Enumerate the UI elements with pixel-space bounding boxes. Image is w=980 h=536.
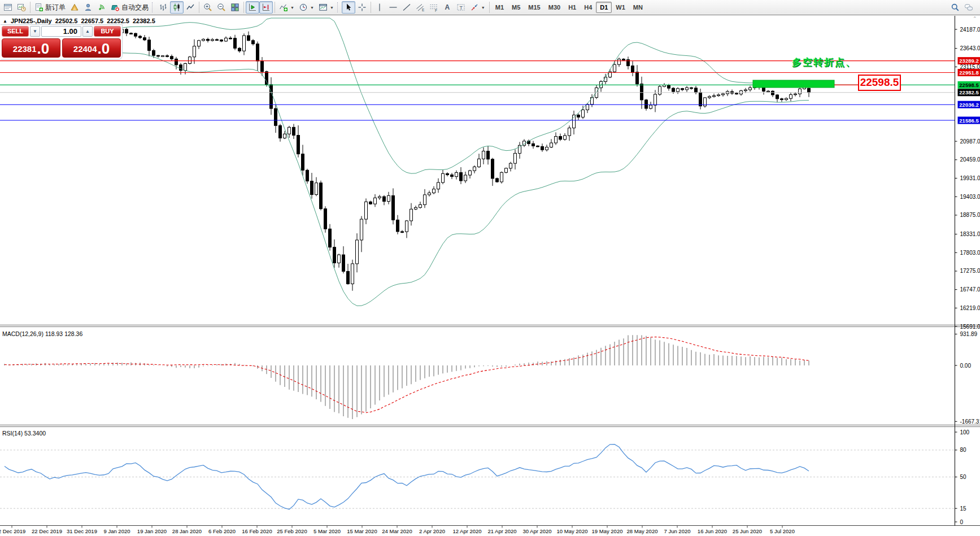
indicators-dropdown-caret[interactable]: ▼ <box>290 6 294 10</box>
svg-text:18875.0: 18875.0 <box>960 212 980 218</box>
svg-text:20987.0: 20987.0 <box>960 138 980 145</box>
chart-title: ▲ JPN225-,Daily 22502.5 22657.5 22252.5 … <box>3 18 155 24</box>
zoom-out-button[interactable] <box>215 1 228 14</box>
svg-text:50: 50 <box>960 474 967 480</box>
svg-text:30 Apr 2020: 30 Apr 2020 <box>522 528 551 534</box>
strategy-tester-button[interactable] <box>15 1 28 14</box>
svg-text:7 Jun 2020: 7 Jun 2020 <box>664 528 690 534</box>
volume-input[interactable] <box>41 26 81 37</box>
zoom-in-button[interactable] <box>201 1 215 14</box>
terminal-icon <box>3 3 12 12</box>
panel-collapse-arrow[interactable]: ▲ <box>3 19 7 24</box>
arrows-dropdown-caret[interactable]: ▼ <box>481 6 485 10</box>
rsi-gridlines <box>0 450 955 508</box>
macd-plot <box>5 335 809 419</box>
sell-price-main: 22381 <box>13 42 37 56</box>
vertical-line-tool[interactable] <box>373 1 386 14</box>
price-label-box[interactable]: 22598.5 <box>858 75 901 91</box>
axes: 24187.023643.023115.020987.020459.019931… <box>0 16 980 534</box>
tf-m30-button[interactable]: M30 <box>545 2 564 13</box>
tile-windows-icon <box>230 3 239 12</box>
profiles-icon <box>70 3 79 12</box>
candles-chart-icon <box>172 3 181 12</box>
toolbar-grip <box>152 2 155 12</box>
toolbar-separator <box>371 2 371 13</box>
line-chart-icon <box>186 3 195 12</box>
candlestick-chart-button[interactable] <box>170 1 184 14</box>
templates-button[interactable]: ▼ <box>316 1 336 14</box>
market-watch-button[interactable] <box>1 1 15 14</box>
tile-windows-button[interactable] <box>228 1 242 14</box>
buy-price-button[interactable]: 22404.0 <box>62 38 121 58</box>
svg-text:25 Jun 2020: 25 Jun 2020 <box>733 528 762 534</box>
templates-dropdown-caret[interactable]: ▼ <box>330 6 334 10</box>
bar-chart-button[interactable] <box>156 1 170 14</box>
sell-button[interactable]: SELL <box>2 26 29 37</box>
periods-button[interactable]: ▼ <box>297 1 316 14</box>
horizontal-line-tool[interactable] <box>386 1 400 14</box>
zoom-out-icon <box>217 3 226 12</box>
buy-button[interactable]: BUY <box>94 26 121 37</box>
svg-text:16747.0: 16747.0 <box>960 286 980 293</box>
mql-community-button[interactable] <box>81 1 95 14</box>
tf-m15-button[interactable]: M15 <box>524 2 544 13</box>
svg-text:15 Mar 2020: 15 Mar 2020 <box>347 528 377 534</box>
tf-m1-button[interactable]: M1 <box>491 2 508 13</box>
search-button[interactable] <box>948 1 962 14</box>
autotrading-button[interactable]: 自动交易 <box>108 1 151 14</box>
buy-price-main: 22404 <box>73 42 97 56</box>
signals-button[interactable] <box>95 1 108 14</box>
tf-h4-button[interactable]: H4 <box>580 2 596 13</box>
periods-dropdown-caret[interactable]: ▼ <box>310 6 314 10</box>
chat-button[interactable] <box>962 1 975 14</box>
candles <box>3 27 811 291</box>
svg-text:10 May 2020: 10 May 2020 <box>557 528 588 534</box>
text-label-icon: T <box>456 3 465 12</box>
svg-text:6 Feb 2020: 6 Feb 2020 <box>208 528 236 534</box>
cursor-tool-button[interactable] <box>342 1 355 14</box>
toolbar-separator <box>30 2 31 13</box>
trendline-tool[interactable] <box>400 1 413 14</box>
fibonacci-icon: F <box>429 3 438 12</box>
text-label-tool[interactable]: T <box>454 1 468 14</box>
text-tool[interactable]: A <box>441 1 454 14</box>
arrows-tool[interactable]: ▼ <box>468 1 487 14</box>
tf-w1-button[interactable]: W1 <box>612 2 629 13</box>
tf-mn-button[interactable]: MN <box>629 2 647 13</box>
bars-chart-icon <box>159 3 168 12</box>
sell-price-button[interactable]: 22381.0 <box>2 38 60 58</box>
tf-d1-button[interactable]: D1 <box>596 2 612 13</box>
svg-text:25 Feb 2020: 25 Feb 2020 <box>277 528 307 534</box>
chart-objects[interactable] <box>753 80 858 88</box>
volume-increase-button[interactable]: ▲ <box>82 26 93 37</box>
chart-canvas[interactable]: 24187.023643.023115.020987.020459.019931… <box>0 0 980 536</box>
cursor-icon <box>344 3 353 12</box>
main-toolbar: 新订单 自动交易 <box>0 0 980 15</box>
svg-text:18331.0: 18331.0 <box>960 231 980 237</box>
toolbar-separator <box>243 2 244 13</box>
chart-scroll-marker[interactable]: ⌃ <box>973 16 977 21</box>
crosshair-tool-button[interactable] <box>355 1 369 14</box>
svg-text:23643.0: 23643.0 <box>960 45 980 51</box>
toolbar-separator <box>489 2 490 13</box>
vertical-line-icon <box>375 3 384 12</box>
line-chart-button[interactable] <box>184 1 197 14</box>
chart-profiles-button[interactable] <box>68 1 81 14</box>
volume-decrease-button[interactable]: ▼ <box>30 26 40 37</box>
auto-scroll-button[interactable] <box>246 1 259 14</box>
toolbar-separator <box>199 2 199 13</box>
bollinger-bands <box>90 18 809 306</box>
person-icon <box>84 3 93 12</box>
toolbar-grip <box>337 2 341 12</box>
svg-text:19931.0: 19931.0 <box>960 175 980 181</box>
tf-m5-button[interactable]: M5 <box>508 2 524 13</box>
buy-price-pips: .0 <box>98 41 110 56</box>
chat-icon <box>964 3 973 12</box>
new-order-button[interactable]: 新订单 <box>32 1 68 14</box>
fibonacci-tool[interactable]: F <box>427 1 441 14</box>
signal-icon <box>97 3 106 12</box>
equidistant-channel-tool[interactable]: E <box>413 1 427 14</box>
indicators-button[interactable]: ▼ <box>277 1 297 14</box>
chart-shift-button[interactable] <box>259 1 273 14</box>
tf-h1-button[interactable]: H1 <box>564 2 580 13</box>
